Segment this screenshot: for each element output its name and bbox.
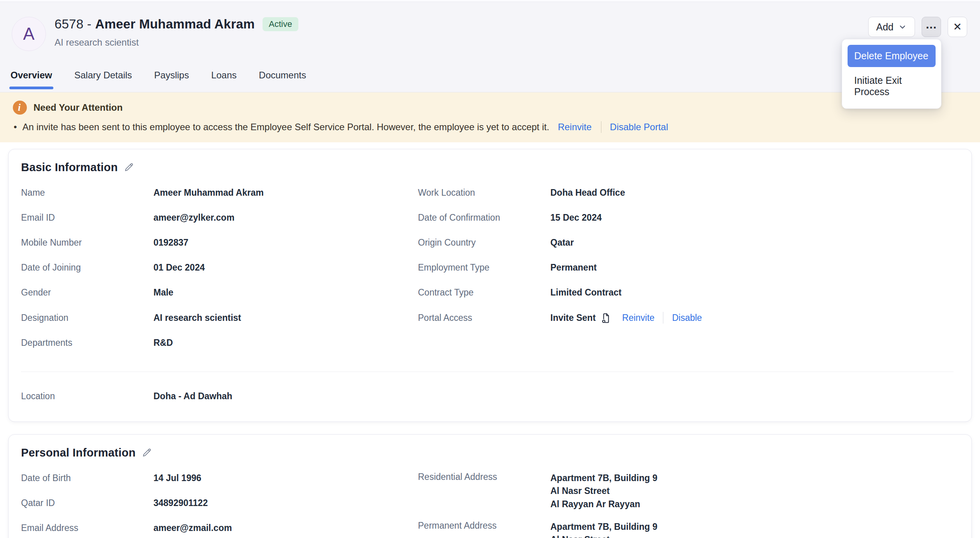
basic-information-title: Basic Information [21, 161, 118, 174]
menu-item-initiate-exit-process[interactable]: Initiate Exit Process [848, 69, 936, 103]
employee-designation: AI research scientist [55, 37, 298, 48]
field-contract-type: Contract Type Limited Contract [418, 286, 954, 299]
field-label: Portal Access [418, 313, 550, 323]
status-badge: Active [263, 17, 298, 31]
field-location: Location Doha - Ad Dawhah [21, 390, 954, 403]
field-label: Work Location [418, 188, 550, 198]
field-portal-access: Portal Access Invite Sent Reinvite Disab… [418, 311, 954, 324]
portal-access-status: Invite Sent [550, 311, 596, 324]
field-value: 0192837 [153, 236, 189, 249]
page-title: 6578 - Ameer Muhammad Akram [55, 17, 255, 32]
field-value: Permanent [550, 261, 597, 274]
field-value: AI research scientist [153, 311, 241, 324]
add-button-label: Add [876, 21, 894, 33]
field-value: ameer@zmail.com [153, 522, 232, 534]
field-value: Doha - Ad Dawhah [153, 390, 232, 403]
avatar: A [12, 17, 46, 51]
field-label: Departments [21, 338, 153, 348]
field-value: Limited Contract [550, 286, 622, 299]
field-value: 14 Jul 1996 [153, 472, 201, 485]
bullet-icon: • [14, 122, 17, 133]
field-residential-address: Residential Address Apartment 7B, Buildi… [418, 472, 954, 511]
field-label: Email Address [21, 523, 153, 533]
employee-id: 6578 - [55, 17, 95, 31]
tab-bar: Overview Salary Details Payslips Loans D… [8, 70, 969, 89]
invite-sent-icon [600, 312, 612, 324]
disable-portal-link[interactable]: Disable Portal [610, 122, 668, 133]
field-qatar-id: Qatar ID 34892901122 [21, 497, 418, 510]
edit-personal-information-icon[interactable] [142, 448, 152, 458]
field-label: Qatar ID [21, 498, 153, 508]
tab-documents[interactable]: Documents [259, 70, 306, 89]
field-label: Location [21, 391, 153, 402]
edit-basic-information-icon[interactable] [124, 162, 134, 173]
field-label: Date of Birth [21, 473, 153, 483]
more-options-button[interactable]: ... [922, 17, 941, 37]
attention-banner: i Need Your Attention • An invite has be… [0, 92, 980, 142]
field-value: 01 Dec 2024 [153, 261, 205, 274]
info-icon: i [13, 101, 27, 115]
personal-information-title: Personal Information [21, 446, 136, 459]
field-origin-country: Origin Country Qatar [418, 236, 954, 249]
banner-title: Need Your Attention [33, 102, 123, 113]
field-value: Doha Head Office [550, 186, 625, 199]
main-content: Basic Information Name Ameer Muhammad Ak… [0, 142, 980, 538]
field-label: Email ID [21, 212, 153, 223]
section-divider [21, 372, 954, 372]
field-work-location: Work Location Doha Head Office [418, 186, 954, 199]
field-permanent-address: Permanent Address Apartment 7B, Building… [418, 520, 954, 538]
permanent-address-value: Apartment 7B, Building 9 Al Nasr Street … [550, 520, 666, 538]
field-label: Residential Address [418, 472, 550, 511]
field-date-of-joining: Date of Joining 01 Dec 2024 [21, 261, 418, 274]
reinvite-link[interactable]: Reinvite [558, 122, 592, 133]
tab-salary-details[interactable]: Salary Details [74, 70, 132, 89]
portal-reinvite-link[interactable]: Reinvite [622, 313, 654, 323]
field-label: Contract Type [418, 287, 550, 298]
close-icon: ✕ [953, 21, 962, 33]
residential-address-value: Apartment 7B, Building 9 Al Nasr Street … [550, 472, 657, 511]
employee-header: A 6578 - Ameer Muhammad Akram Active AI … [0, 2, 980, 92]
tab-loans[interactable]: Loans [211, 70, 236, 89]
chevron-down-icon [898, 23, 907, 31]
field-value: Ameer Muhammad Akram [153, 186, 264, 199]
field-value: Qatar [550, 236, 574, 249]
field-employment-type: Employment Type Permanent [418, 261, 954, 274]
field-label: Designation [21, 313, 153, 323]
field-designation: Designation AI research scientist [21, 311, 418, 324]
field-date-of-confirmation: Date of Confirmation 15 Dec 2024 [418, 211, 954, 224]
employee-name: Ameer Muhammad Akram [95, 17, 255, 31]
basic-information-card: Basic Information Name Ameer Muhammad Ak… [8, 149, 972, 422]
field-email-address: Email Address ameer@zmail.com [21, 522, 418, 534]
field-value: R&D [153, 336, 173, 349]
field-label: Name [21, 188, 153, 198]
field-gender: Gender Male [21, 286, 418, 299]
banner-message: An invite has been sent to this employee… [22, 122, 549, 133]
field-value: 34892901122 [153, 497, 208, 510]
field-label: Date of Joining [21, 262, 153, 273]
field-date-of-birth: Date of Birth 14 Jul 1996 [21, 472, 418, 485]
more-options-menu: Delete Employee Initiate Exit Process [842, 39, 941, 109]
field-value: ameer@zylker.com [153, 211, 234, 224]
field-label: Employment Type [418, 262, 550, 273]
tab-overview[interactable]: Overview [11, 70, 52, 89]
link-divider [663, 312, 663, 324]
field-value: Male [153, 286, 173, 299]
portal-disable-link[interactable]: Disable [672, 313, 702, 323]
link-divider [601, 121, 601, 133]
field-label: Mobile Number [21, 237, 153, 248]
field-label: Permanent Address [418, 520, 550, 538]
field-departments: Departments R&D [21, 336, 418, 349]
field-email-id: Email ID ameer@zylker.com [21, 211, 418, 224]
tab-payslips[interactable]: Payslips [154, 70, 189, 89]
field-label: Origin Country [418, 237, 550, 248]
menu-item-delete-employee[interactable]: Delete Employee [848, 45, 936, 67]
field-mobile-number: Mobile Number 0192837 [21, 236, 418, 249]
close-button[interactable]: ✕ [948, 17, 967, 37]
field-label: Gender [21, 287, 153, 298]
add-button[interactable]: Add [868, 17, 915, 37]
field-label: Date of Confirmation [418, 212, 550, 223]
personal-information-card: Personal Information Date of Birth 14 Ju… [8, 434, 972, 538]
field-value: 15 Dec 2024 [550, 211, 602, 224]
field-name: Name Ameer Muhammad Akram [21, 186, 418, 199]
